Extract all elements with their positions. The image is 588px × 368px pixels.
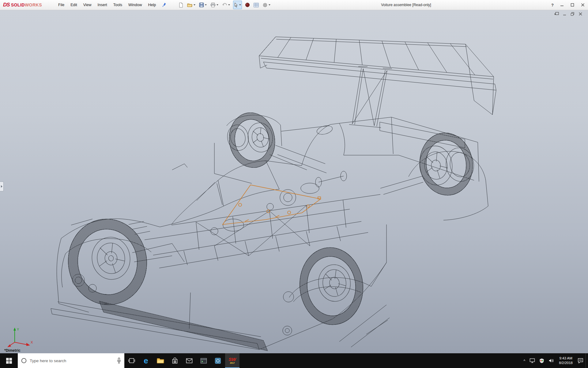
clock-date: 8/2/2018: [559, 361, 573, 365]
edge-icon: e: [144, 357, 148, 365]
taskbar-store[interactable]: [168, 353, 182, 368]
car-body-lines: [51, 37, 496, 351]
app-window-icon: [200, 358, 207, 364]
highlighted-sketch[interactable]: [223, 185, 321, 224]
show-desktop-button[interactable]: [586, 353, 588, 368]
taskbar-mail[interactable]: [182, 353, 196, 368]
solidworks-logo: DS SOLIDWORKS: [0, 2, 55, 8]
microphone-icon[interactable]: [117, 358, 121, 364]
taskbar-file-explorer[interactable]: [153, 353, 168, 368]
help-icon[interactable]: ?: [551, 3, 554, 7]
menubar: DS SOLIDWORKS File Edit View Insert Tool…: [0, 0, 588, 10]
menu-file[interactable]: File: [55, 0, 67, 10]
feature-manager-flyout-tab[interactable]: [0, 182, 4, 191]
task-view-icon: [128, 358, 135, 364]
orientation-triad: Y X: [4, 326, 35, 348]
cortana-icon: [21, 358, 27, 364]
child-close-icon[interactable]: [578, 12, 583, 16]
system-tray: ^ 9:43 AM 8/2/2018: [522, 353, 588, 368]
close-icon[interactable]: [581, 3, 585, 7]
triad-x-label: X: [31, 340, 33, 344]
solidworks-icon: SW 2017: [228, 357, 236, 364]
flyout-arrow-icon: [1, 185, 2, 188]
task-view-button[interactable]: [124, 353, 139, 368]
options-gear-icon[interactable]: [262, 1, 271, 9]
view-orientation-label: *Dimetric: [4, 348, 21, 353]
app-media-icon: [215, 358, 221, 364]
wheel-rear-left: [224, 109, 279, 172]
child-minimize-icon[interactable]: [562, 12, 567, 16]
windows-taskbar: Type here to search e SW 2017: [0, 353, 588, 368]
menu-tools[interactable]: Tools: [110, 0, 125, 10]
graphics-viewport[interactable]: Y X *Dimetric: [0, 10, 588, 353]
taskbar-solidworks[interactable]: SW 2017: [225, 353, 239, 368]
mail-icon: [186, 358, 193, 363]
taskbar-app-media[interactable]: [211, 353, 225, 368]
menu-view[interactable]: View: [80, 0, 95, 10]
tray-security-icon[interactable]: [537, 353, 546, 368]
maximize-icon[interactable]: [570, 3, 575, 7]
start-button[interactable]: [0, 353, 18, 368]
select-cursor-icon[interactable]: [233, 1, 242, 9]
window-controls: ?: [551, 0, 585, 10]
menu-insert[interactable]: Insert: [95, 0, 110, 10]
document-title: Voiture assemblee [Read-only]: [381, 0, 431, 10]
wheel-front-right: [296, 244, 367, 328]
quick-toolbar: [175, 1, 271, 9]
file-explorer-icon: [157, 358, 164, 364]
child-window-controls: [554, 12, 583, 16]
wheel-front-left: [63, 214, 152, 310]
brand-works: WORKS: [25, 2, 42, 7]
action-center-icon[interactable]: [575, 353, 586, 368]
store-icon: [172, 358, 178, 364]
brand-solid: SOLID: [11, 2, 25, 7]
undo-icon[interactable]: [221, 1, 231, 9]
solidworks-app-window: DS SOLIDWORKS File Edit View Insert Tool…: [0, 0, 588, 368]
menu-window[interactable]: Window: [125, 0, 145, 10]
tray-display-icon[interactable]: [527, 353, 537, 368]
open-icon[interactable]: [187, 1, 196, 9]
search-placeholder: Type here to search: [30, 358, 114, 363]
save-icon[interactable]: [198, 1, 207, 9]
pin-menu-icon[interactable]: [161, 2, 168, 8]
minimize-icon[interactable]: [560, 3, 564, 7]
child-restore-icon[interactable]: [570, 12, 575, 16]
appearance-sphere-icon[interactable]: [244, 1, 251, 9]
triad-y-label: Y: [17, 328, 19, 331]
taskbar-edge[interactable]: e: [139, 353, 153, 368]
design-table-icon[interactable]: [253, 1, 259, 9]
clock-time: 9:43 AM: [559, 356, 573, 361]
wireframe-model-svg: [0, 10, 588, 353]
taskbar-search-box[interactable]: Type here to search: [18, 353, 124, 368]
windows-logo-icon: [6, 358, 12, 364]
taskbar-clock[interactable]: 9:43 AM 8/2/2018: [556, 356, 575, 365]
tray-volume-icon[interactable]: [546, 353, 556, 368]
menu-list: File Edit View Insert Tools Window Help: [55, 0, 159, 10]
ds-logo: DS: [3, 2, 10, 8]
taskbar-app-window[interactable]: [196, 353, 211, 368]
menu-help[interactable]: Help: [145, 0, 159, 10]
tray-chevron[interactable]: ^: [522, 353, 528, 368]
new-document-icon[interactable]: [178, 1, 184, 9]
print-icon[interactable]: [210, 1, 219, 9]
dock-window-icon[interactable]: [554, 12, 559, 16]
menu-edit[interactable]: Edit: [67, 0, 80, 10]
